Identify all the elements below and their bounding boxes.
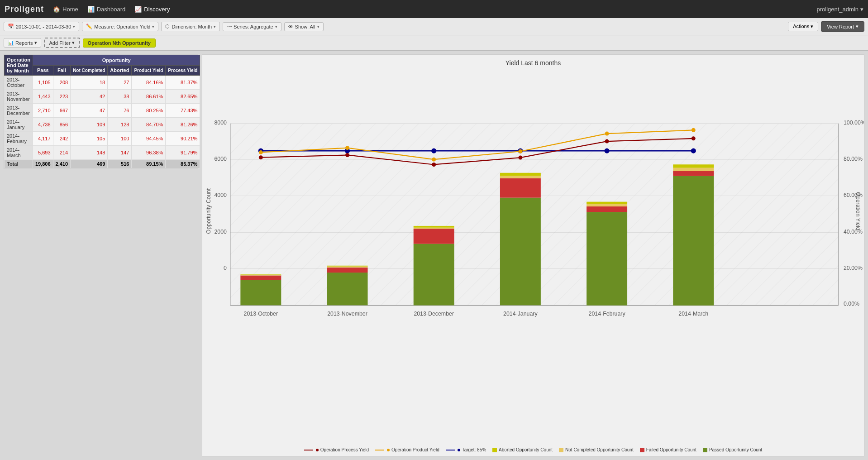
svg-text:80.00%: 80.00% [844, 156, 863, 162]
row-proc-yield: 90.21% [166, 132, 200, 146]
opportunity-table: Operation End Date by Month Opportunity … [4, 55, 200, 168]
row-fail: 667 [53, 104, 71, 118]
row-fail: 208 [53, 76, 71, 90]
bar-oct-aborted [240, 274, 281, 275]
row-prod-yield: 80.25% [132, 104, 166, 118]
svg-text:8000: 8000 [214, 120, 227, 126]
row-label: 2013-December [5, 104, 33, 118]
row-aborted: 27 [108, 76, 132, 90]
prod-dot-2 [345, 146, 349, 150]
row-pass: 5,693 [33, 146, 53, 160]
chevron-down-icon: ▾ [860, 6, 863, 13]
bar-mar-notcomp [673, 168, 714, 171]
bar-oct-notcomp [240, 275, 281, 276]
row-notcomp: 148 [71, 146, 108, 160]
row-label: 2013-October [5, 76, 33, 90]
bar-jan-pass [500, 198, 541, 306]
table-header-aborted: Aborted [108, 65, 132, 76]
legend-failed: Failed Opportunity Count [640, 447, 696, 452]
row-pass: 2,710 [33, 104, 53, 118]
main-content: Operation End Date by Month Opportunity … [0, 51, 868, 460]
date-range-picker[interactable]: 📅 2013-10-01 - 2014-03-30 ▾ [4, 22, 79, 31]
chart-icon: 📊 [8, 40, 14, 46]
legend-process-yield: Operation Process Yield [304, 447, 369, 452]
proc-dot-2 [345, 153, 349, 157]
user-menu[interactable]: proligent_admin ▾ [816, 6, 863, 13]
row-prod-yield: 84.70% [132, 118, 166, 132]
chevron-down-icon: ▾ [856, 24, 858, 29]
legend-dot-target [458, 449, 460, 451]
discovery-icon: 📈 [134, 6, 142, 13]
reports-button[interactable]: 📊 Reports ▾ [4, 38, 41, 48]
table-row: 2014-February 4,117 242 105 100 94.45% 9… [5, 132, 200, 146]
chevron-down-icon: ▾ [152, 24, 154, 29]
bar-nov-fail [327, 268, 368, 273]
row-fail: 856 [53, 118, 71, 132]
row-notcomp: 42 [71, 90, 108, 104]
legend-label-product: Operation Product Yield [391, 447, 439, 452]
measure-selector[interactable]: ✏️ Measure: Operation Yield ▾ [82, 22, 158, 31]
filter-tag-operation-nth[interactable]: Operation Nth Opportunity [83, 38, 156, 48]
view-report-button[interactable]: View Report ▾ [821, 21, 864, 32]
row-notcomp: 105 [71, 132, 108, 146]
bar-dec-notcomp [414, 228, 454, 229]
bar-dec-aborted [414, 226, 454, 228]
legend-label-passed: Passed Opportunity Count [709, 447, 762, 452]
measure-icon: ✏️ [86, 24, 92, 29]
actions-button[interactable]: Actions ▾ [788, 22, 818, 31]
row-pass: 4,738 [33, 118, 53, 132]
prod-dot-5 [605, 132, 609, 136]
row-aborted: 38 [108, 90, 132, 104]
toolbar-right-actions: Actions ▾ View Report ▾ [788, 21, 864, 32]
x-label-mar: 2014-March [678, 311, 708, 317]
row-proc-yield: 81.26% [166, 118, 200, 132]
series-selector[interactable]: 〰 Series: Aggregate ▾ [223, 22, 281, 31]
nav-home[interactable]: 🏠 Home [53, 6, 78, 13]
dashboard-icon: 📊 [87, 6, 95, 13]
bar-dec-fail [414, 229, 454, 244]
prod-dot-3 [432, 158, 436, 162]
prod-dot-4 [518, 149, 522, 153]
x-label-jan: 2014-January [503, 311, 538, 317]
table-header-date: Operation End Date by Month [5, 55, 33, 76]
nav-discovery[interactable]: 📈 Discovery [134, 6, 170, 13]
x-label-feb: 2014-February [589, 311, 626, 317]
dimension-selector[interactable]: ⬡ Dimension: Month ▾ [161, 22, 220, 31]
nav-dashboard[interactable]: 📊 Dashboard [87, 6, 126, 13]
proc-dot-3 [432, 163, 436, 167]
proc-dot-1 [259, 155, 263, 159]
bar-nov-aborted [327, 266, 368, 267]
bar-mar-pass [673, 176, 714, 306]
row-aborted: 128 [108, 118, 132, 132]
total-prod-yield: 89.15% [132, 160, 166, 168]
table-row: 2013-October 1,105 208 18 27 84.16% 81.3… [5, 76, 200, 90]
filter-toolbar: 📊 Reports ▾ Add Filter ▾ Operation Nth O… [0, 35, 868, 51]
prod-dot-6 [692, 128, 696, 132]
total-label: Total [5, 160, 33, 168]
row-aborted: 76 [108, 104, 132, 118]
row-fail: 242 [53, 132, 71, 146]
row-pass: 1,105 [33, 76, 53, 90]
chart-container: Yield Last 6 months 8000 6000 4000 2000 … [202, 54, 864, 456]
row-proc-yield: 82.65% [166, 90, 200, 104]
table-header-procyield: Process Yield [166, 65, 200, 76]
chevron-down-icon: ▾ [73, 24, 75, 29]
bar-jan-notcomp [500, 176, 541, 178]
legend-dot-process [316, 449, 319, 451]
legend-label-failed: Failed Opportunity Count [646, 447, 696, 452]
row-pass: 1,443 [33, 90, 53, 104]
legend-line-product [375, 450, 384, 450]
row-label: 2014-March [5, 146, 33, 160]
chart-legend: Operation Process Yield Operation Produc… [300, 444, 767, 456]
legend-notcomp: Not Completed Opportunity Count [559, 447, 634, 452]
bar-jan-fail [500, 178, 541, 198]
add-filter-button[interactable]: Add Filter ▾ [44, 38, 80, 48]
show-selector[interactable]: 👁 Show: All ▾ [284, 22, 324, 31]
calendar-icon: 📅 [8, 24, 14, 29]
row-proc-yield: 81.37% [166, 76, 200, 90]
table-row: 2013-December 2,710 667 47 76 80.25% 77.… [5, 104, 200, 118]
row-fail: 214 [53, 146, 71, 160]
svg-text:0.00%: 0.00% [844, 301, 859, 307]
row-aborted: 100 [108, 132, 132, 146]
data-table-container: Operation End Date by Month Opportunity … [4, 54, 198, 169]
